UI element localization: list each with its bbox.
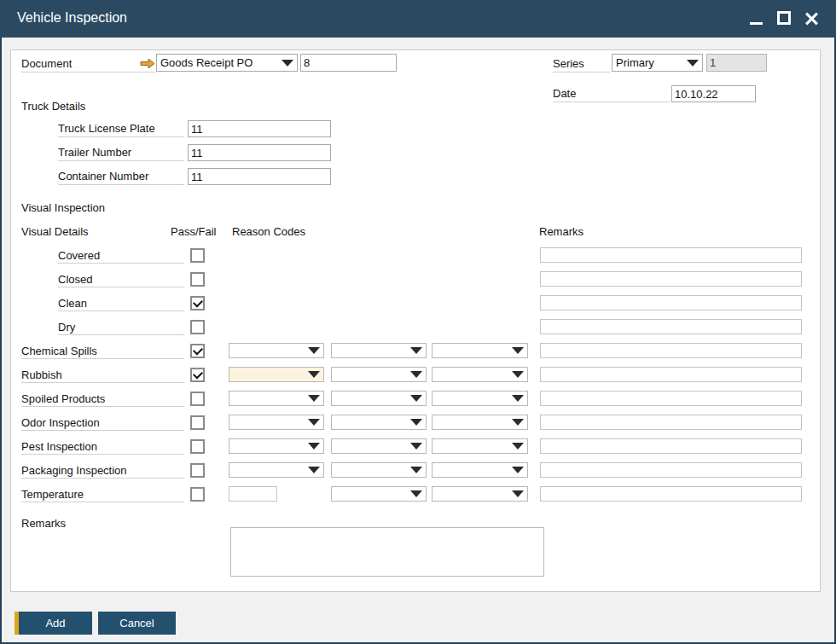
reason-code-dropdown-3-rubbish[interactable] [432, 367, 528, 382]
passfail-checkbox-chemical-spills[interactable] [190, 344, 205, 358]
titlebar: Vehicle Inspection [0, 0, 836, 38]
label-underline [21, 358, 184, 359]
dropdown-arrow-icon [512, 443, 524, 450]
reason-code-dropdown-1-chemical-spills[interactable] [229, 343, 324, 358]
reason-code-dropdown-3-packaging-inspection[interactable] [432, 462, 528, 478]
dropdown-arrow-icon [512, 395, 524, 402]
window-title: Vehicle Inspection [17, 10, 127, 26]
reason-code-dropdown-3-spoiled-products[interactable] [432, 391, 528, 406]
remarks-input-clean[interactable] [540, 295, 802, 310]
truck-license-plate-input[interactable] [188, 120, 331, 137]
remarks-input-chemical-spills[interactable] [540, 343, 802, 358]
remarks-input-odor-inspection[interactable] [540, 415, 802, 430]
remarks-label: Remarks [21, 517, 66, 531]
row-label-clean: Clean [58, 297, 87, 310]
passfail-checkbox-packaging-inspection[interactable] [190, 463, 205, 478]
row-label-covered: Covered [58, 249, 100, 263]
reason-code-dropdown-2-spoiled-products[interactable] [331, 391, 427, 406]
label-underline [58, 184, 184, 185]
remarks-column-header: Remarks [539, 225, 583, 239]
dropdown-arrow-icon [410, 395, 422, 402]
dropdown-arrow-icon [308, 419, 320, 426]
reason-code-dropdown-1-spoiled-products[interactable] [229, 391, 324, 406]
remarks-input-packaging-inspection[interactable] [540, 462, 802, 478]
dropdown-arrow-icon [410, 419, 422, 426]
minimize-button[interactable] [746, 0, 768, 38]
container-number-label: Container Number [58, 170, 148, 183]
row-label-odor-inspection: Odor Inspection [21, 416, 100, 430]
label-underline [21, 454, 184, 455]
series-number-input [706, 54, 767, 72]
dropdown-arrow-icon [512, 347, 524, 354]
remarks-input-covered[interactable] [540, 247, 802, 263]
maximize-icon [777, 11, 791, 25]
label-underline [58, 310, 184, 311]
remarks-input-dry[interactable] [540, 319, 802, 334]
dropdown-arrow-icon [512, 490, 524, 497]
reason-code-dropdown-1-rubbish[interactable] [229, 367, 324, 382]
link-arrow-icon[interactable] [140, 58, 155, 69]
reason-code-dropdown-2-pest-inspection[interactable] [331, 438, 427, 454]
passfail-checkbox-covered[interactable] [190, 248, 205, 263]
label-underline [21, 502, 184, 502]
trailer-number-input[interactable] [188, 144, 331, 161]
passfail-checkbox-clean[interactable] [190, 296, 205, 310]
reason-code-dropdown-2-temperature[interactable] [432, 486, 528, 502]
label-underline [21, 382, 184, 383]
remarks-input-rubbish[interactable] [540, 367, 802, 382]
reason-code-dropdown-2-packaging-inspection[interactable] [331, 462, 427, 478]
passfail-checkbox-rubbish[interactable] [190, 368, 205, 382]
reason-code-dropdown-3-pest-inspection[interactable] [432, 438, 528, 454]
reason-code-dropdown-2-chemical-spills[interactable] [331, 343, 427, 358]
truck-license-plate-label: Truck License Plate [58, 122, 155, 136]
dropdown-arrow-icon [512, 419, 524, 426]
dropdown-arrow-icon [282, 60, 293, 67]
document-type-dropdown[interactable]: Goods Receipt PO [156, 54, 298, 72]
label-underline [58, 160, 184, 161]
remarks-input-closed[interactable] [540, 271, 802, 287]
dropdown-arrow-icon [410, 490, 422, 497]
reason-code-dropdown-1-packaging-inspection[interactable] [229, 462, 324, 478]
reason-code-dropdown-2-odor-inspection[interactable] [331, 415, 427, 430]
container-number-input[interactable] [188, 168, 331, 185]
dropdown-arrow-icon [687, 60, 699, 67]
series-dropdown[interactable]: Primary [612, 54, 703, 72]
label-underline [58, 334, 184, 335]
reason-code-dropdown-3-odor-inspection[interactable] [432, 415, 528, 430]
reason-code-dropdown-3-chemical-spills[interactable] [432, 343, 528, 358]
truck-details-section-label: Truck Details [21, 100, 85, 113]
remarks-input-spoiled-products[interactable] [540, 391, 802, 406]
row-label-pest-inspection: Pest Inspection [21, 440, 97, 454]
date-input[interactable] [671, 85, 756, 102]
passfail-checkbox-pest-inspection[interactable] [190, 439, 205, 454]
add-button[interactable]: Add [15, 612, 92, 635]
reason-code-dropdown-1-pest-inspection[interactable] [229, 438, 324, 454]
row-label-dry: Dry [58, 321, 75, 334]
reason-code-dropdown-2-rubbish[interactable] [331, 367, 427, 382]
label-underline [21, 430, 184, 431]
series-label: Series [553, 57, 584, 71]
maximize-button[interactable] [773, 0, 795, 38]
reason-code-dropdown-1-temperature[interactable] [331, 486, 427, 502]
trailer-number-label: Trailer Number [58, 146, 131, 160]
passfail-checkbox-temperature[interactable] [190, 487, 205, 502]
passfail-checkbox-odor-inspection[interactable] [190, 415, 205, 430]
label-underline [21, 406, 184, 407]
cancel-button[interactable]: Cancel [98, 612, 176, 635]
reason-code-dropdown-1-odor-inspection[interactable] [229, 415, 324, 430]
remarks-input-temperature[interactable] [540, 486, 802, 502]
label-underline [553, 102, 670, 102]
temperature-value-input[interactable] [229, 486, 277, 502]
remarks-textarea[interactable] [230, 527, 544, 577]
passfail-checkbox-dry[interactable] [190, 320, 205, 334]
passfail-checkbox-closed[interactable] [190, 272, 205, 287]
minimize-icon [750, 22, 763, 25]
document-number-input[interactable] [300, 54, 397, 72]
reason-codes-column-header: Reason Codes [232, 225, 305, 239]
passfail-checkbox-spoiled-products[interactable] [190, 392, 205, 406]
remarks-input-pest-inspection[interactable] [540, 438, 802, 454]
close-button[interactable] [800, 0, 822, 38]
dropdown-arrow-icon [512, 371, 524, 378]
dropdown-arrow-icon [308, 443, 320, 450]
dropdown-arrow-icon [308, 371, 320, 378]
